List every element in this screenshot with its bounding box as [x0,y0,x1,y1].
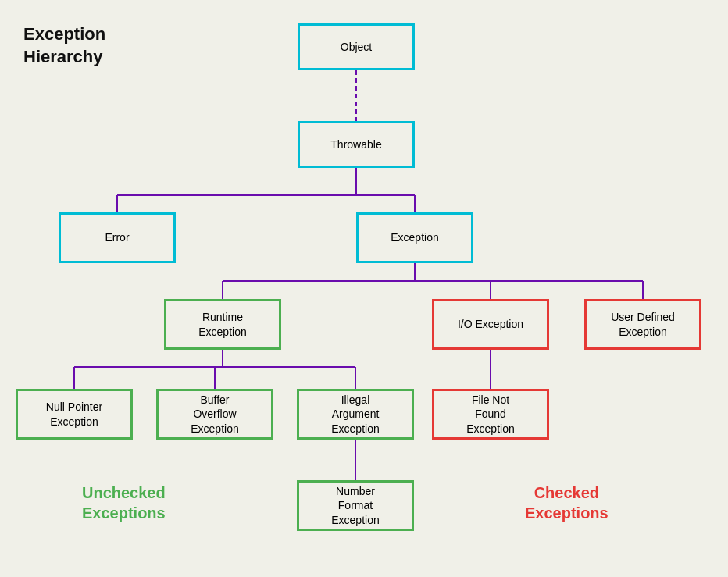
node-exception: Exception [356,212,473,263]
node-object: Object [298,23,415,70]
node-null-pointer: Null PointerException [16,389,133,440]
node-buffer-overflow: BufferOverflowException [156,389,273,440]
diagram: ExceptionHierarchy Object [0,0,728,577]
node-user-defined: User DefinedException [584,299,701,350]
label-unchecked-exceptions: UncheckedExceptions [82,483,166,523]
node-error: Error [59,212,176,263]
node-io-exception: I/O Exception [432,299,549,350]
node-number-format: NumberFormatException [297,480,414,531]
node-runtime-exception: RuntimeException [164,299,281,350]
node-throwable: Throwable [298,121,415,168]
label-checked-exceptions: CheckedExceptions [525,483,608,523]
node-file-not-found: File NotFoundException [432,389,549,440]
node-illegal-argument: IllegalArgumentException [297,389,414,440]
diagram-title: ExceptionHierarchy [23,23,105,68]
